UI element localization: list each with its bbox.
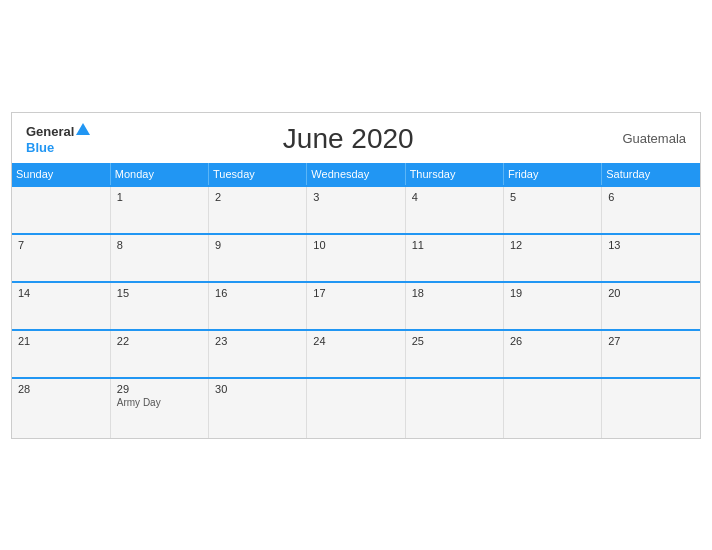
calendar-day-cell — [602, 378, 700, 438]
day-number: 2 — [215, 191, 300, 203]
day-number: 9 — [215, 239, 300, 251]
day-number: 20 — [608, 287, 694, 299]
calendar-day-cell — [503, 378, 601, 438]
calendar-day-cell: 9 — [209, 234, 307, 282]
day-number: 27 — [608, 335, 694, 347]
calendar-day-cell: 28 — [12, 378, 110, 438]
calendar-grid: SundayMondayTuesdayWednesdayThursdayFrid… — [12, 163, 700, 438]
calendar-day-cell: 16 — [209, 282, 307, 330]
weekday-header-row: SundayMondayTuesdayWednesdayThursdayFrid… — [12, 163, 700, 186]
calendar-day-cell: 26 — [503, 330, 601, 378]
weekday-header-tuesday: Tuesday — [209, 163, 307, 186]
calendar-week-row: 78910111213 — [12, 234, 700, 282]
calendar-week-row: 21222324252627 — [12, 330, 700, 378]
logo-row: General — [26, 123, 90, 139]
logo-triangle-icon — [76, 123, 90, 135]
weekday-header-saturday: Saturday — [602, 163, 700, 186]
calendar-day-cell: 30 — [209, 378, 307, 438]
day-number: 17 — [313, 287, 398, 299]
day-number: 11 — [412, 239, 497, 251]
logo-blue-text: Blue — [26, 140, 54, 155]
calendar-day-cell: 4 — [405, 186, 503, 234]
calendar-day-cell: 20 — [602, 282, 700, 330]
day-number: 12 — [510, 239, 595, 251]
day-number: 8 — [117, 239, 202, 251]
day-number: 5 — [510, 191, 595, 203]
calendar-day-cell: 2 — [209, 186, 307, 234]
day-number: 15 — [117, 287, 202, 299]
day-number: 7 — [18, 239, 104, 251]
weekday-header-thursday: Thursday — [405, 163, 503, 186]
day-number: 6 — [608, 191, 694, 203]
day-number: 28 — [18, 383, 104, 395]
day-number: 18 — [412, 287, 497, 299]
calendar-day-cell: 21 — [12, 330, 110, 378]
day-number: 29 — [117, 383, 202, 395]
day-number: 13 — [608, 239, 694, 251]
calendar-day-cell: 27 — [602, 330, 700, 378]
calendar-day-cell — [307, 378, 405, 438]
calendar-day-cell: 11 — [405, 234, 503, 282]
weekday-header-wednesday: Wednesday — [307, 163, 405, 186]
weekday-header-sunday: Sunday — [12, 163, 110, 186]
day-number: 10 — [313, 239, 398, 251]
calendar-title: June 2020 — [90, 123, 606, 155]
calendar-week-row: 2829Army Day30 — [12, 378, 700, 438]
calendar-day-cell: 22 — [110, 330, 208, 378]
calendar-container: General Blue June 2020 Guatemala SundayM… — [11, 112, 701, 439]
calendar-day-cell: 13 — [602, 234, 700, 282]
day-number: 3 — [313, 191, 398, 203]
day-number: 22 — [117, 335, 202, 347]
day-number: 4 — [412, 191, 497, 203]
calendar-day-cell: 17 — [307, 282, 405, 330]
calendar-day-cell — [405, 378, 503, 438]
calendar-day-cell: 14 — [12, 282, 110, 330]
country-name: Guatemala — [606, 131, 686, 146]
day-number: 26 — [510, 335, 595, 347]
day-number: 1 — [117, 191, 202, 203]
weekday-header-friday: Friday — [503, 163, 601, 186]
calendar-day-cell: 6 — [602, 186, 700, 234]
calendar-day-cell: 8 — [110, 234, 208, 282]
day-number: 30 — [215, 383, 300, 395]
calendar-day-cell: 23 — [209, 330, 307, 378]
calendar-day-cell: 24 — [307, 330, 405, 378]
calendar-day-cell: 18 — [405, 282, 503, 330]
logo: General Blue — [26, 123, 90, 155]
calendar-week-row: 123456 — [12, 186, 700, 234]
logo-general-text: General — [26, 124, 74, 139]
calendar-day-cell: 1 — [110, 186, 208, 234]
calendar-header: General Blue June 2020 Guatemala — [12, 113, 700, 163]
day-number: 16 — [215, 287, 300, 299]
calendar-day-cell: 10 — [307, 234, 405, 282]
calendar-day-cell — [12, 186, 110, 234]
calendar-day-cell: 15 — [110, 282, 208, 330]
calendar-day-cell: 12 — [503, 234, 601, 282]
calendar-day-cell: 3 — [307, 186, 405, 234]
day-number: 14 — [18, 287, 104, 299]
calendar-week-row: 14151617181920 — [12, 282, 700, 330]
calendar-day-cell: 7 — [12, 234, 110, 282]
calendar-day-cell: 5 — [503, 186, 601, 234]
calendar-day-cell: 19 — [503, 282, 601, 330]
day-number: 23 — [215, 335, 300, 347]
day-number: 25 — [412, 335, 497, 347]
weekday-header-monday: Monday — [110, 163, 208, 186]
day-number: 24 — [313, 335, 398, 347]
day-number: 19 — [510, 287, 595, 299]
day-number: 21 — [18, 335, 104, 347]
calendar-day-cell: 29Army Day — [110, 378, 208, 438]
calendar-day-cell: 25 — [405, 330, 503, 378]
holiday-label: Army Day — [117, 397, 202, 408]
